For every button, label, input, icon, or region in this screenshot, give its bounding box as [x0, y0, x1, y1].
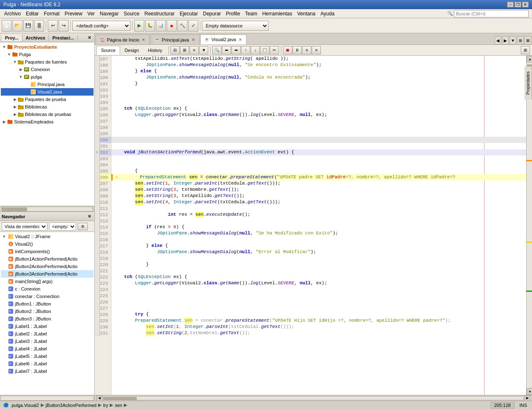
- code-line-196[interactable]: Logger.getLogger(Visual2.class.getName()…: [111, 112, 526, 118]
- code-line-188[interactable]: JOptionPane.showMessageDialog(null, "Se …: [111, 62, 526, 68]
- fold-192[interactable]: [95, 87, 100, 93]
- fold-196[interactable]: [95, 112, 100, 118]
- code-line-205[interactable]: {: [111, 168, 526, 174]
- editor-tool-12[interactable]: ≡: [302, 46, 311, 54]
- menu-team[interactable]: Team: [243, 10, 260, 17]
- code-line-211[interactable]: [111, 205, 526, 212]
- fold-228[interactable]: [95, 311, 100, 318]
- code-line-206[interactable]: ⚠ PreparedStatement sen = conectar.prepa…: [111, 174, 526, 180]
- tab-services[interactable]: Prestaci...: [49, 34, 78, 41]
- code-line-220[interactable]: }: [111, 261, 526, 268]
- fold-227[interactable]: [95, 305, 100, 311]
- fold-199[interactable]: [95, 131, 100, 137]
- nav-item-jbutton2[interactable]: F jButton2 : JButton: [1, 308, 94, 315]
- nav-item-jbutton3[interactable]: F jButton3 : JButton: [1, 315, 94, 323]
- open-button[interactable]: 📂: [12, 20, 22, 32]
- source-tab[interactable]: Source: [96, 46, 120, 55]
- menu-profile[interactable]: Profile: [224, 10, 243, 17]
- tree-item-proyectoestudiante[interactable]: ▼ ProyectoEstudiante: [1, 43, 94, 51]
- fold-223[interactable]: [95, 280, 100, 286]
- nav-item-jlabel7[interactable]: F jLabel7 : JLabel: [1, 367, 94, 375]
- fold-190[interactable]: [95, 74, 100, 81]
- fold-207[interactable]: [95, 180, 100, 187]
- test-button[interactable]: ✓: [188, 20, 198, 32]
- code-line-193[interactable]: [111, 93, 526, 99]
- nav-item-c-field[interactable]: F c : Conexion: [1, 285, 94, 293]
- fold-188[interactable]: [95, 62, 100, 68]
- design-tab[interactable]: Design: [120, 46, 143, 55]
- code-line-187[interactable]: txtApellido1.setText(txtApellido.getStri…: [111, 56, 526, 62]
- hscroll-thumb[interactable]: [2, 207, 27, 212]
- nav-item-constructor[interactable]: C Visual2(): [1, 240, 94, 248]
- tree-item-sistema-empleados[interactable]: ▶ SistemaEmpleados: [1, 118, 94, 126]
- toggle-icon[interactable]: ▼: [2, 234, 7, 239]
- code-line-210[interactable]: sen.setInt(4, Integer.parseInt(txtCedula…: [111, 199, 526, 205]
- tab-close-principal[interactable]: ✕: [191, 37, 196, 42]
- fold-226[interactable]: [95, 299, 100, 305]
- tab-principal-java[interactable]: ☕ Principal.java ✕: [150, 34, 199, 44]
- toggle-icon[interactable]: ▼: [7, 52, 12, 57]
- nav-item-jlabel2[interactable]: F jLabel2 : JLabel: [1, 330, 94, 338]
- code-line-203[interactable]: [111, 155, 526, 162]
- code-line-189[interactable]: } else {: [111, 68, 526, 74]
- editor-tool-1[interactable]: ⊟: [170, 46, 180, 54]
- editor-search-btn[interactable]: 🔍: [212, 46, 222, 54]
- tab-projects[interactable]: Proy...: [2, 34, 22, 41]
- code-line-221[interactable]: [111, 268, 526, 274]
- code-line-195[interactable]: tch (SQLException ex) {: [111, 106, 526, 112]
- redo-button[interactable]: ↪: [59, 20, 69, 32]
- menu-preview[interactable]: Preview: [62, 10, 85, 17]
- code-line-204[interactable]: [111, 162, 526, 168]
- fold-201[interactable]: [95, 143, 100, 149]
- fold-187[interactable]: [95, 56, 100, 62]
- fold-205[interactable]: [95, 168, 100, 174]
- tree-item-paquetes-prueba[interactable]: ▶ Paquetes de prueba: [1, 96, 94, 103]
- menu-ventana[interactable]: Ventana: [295, 10, 318, 17]
- menu-reestructurar[interactable]: Reestructurar: [142, 10, 177, 17]
- code-line-231[interactable]: sen.setString(2,txtNombre1.getText());: [111, 330, 526, 336]
- tree-item-bibliotecas[interactable]: ▶ Bibliotecas: [1, 103, 94, 111]
- code-line-214[interactable]: if (res > 0) {: [111, 224, 526, 230]
- fold-224[interactable]: [95, 286, 100, 293]
- fold-204[interactable]: [95, 162, 100, 168]
- projects-hscroll[interactable]: [0, 206, 94, 212]
- fold-189[interactable]: [95, 68, 100, 74]
- fold-206[interactable]: [95, 174, 100, 180]
- fold-221[interactable]: [95, 268, 100, 274]
- close-button[interactable]: ✕: [522, 2, 529, 7]
- nav-tool-btn[interactable]: ⚙: [78, 223, 88, 230]
- code-line-199[interactable]: [111, 131, 526, 137]
- config-dropdown[interactable]: <default config>: [72, 21, 131, 31]
- menu-depurar[interactable]: Depurar: [200, 10, 223, 17]
- code-line-227[interactable]: [111, 305, 526, 311]
- profile-button[interactable]: 📊: [156, 20, 166, 32]
- scroll-up-btn[interactable]: ▲: [527, 56, 532, 62]
- breadcrumb-sen[interactable]: sen: [115, 403, 122, 408]
- code-line-230[interactable]: sen.setInt(1, Integer.parseInt(txtCedula…: [111, 324, 526, 330]
- code-line-224[interactable]: [111, 286, 526, 293]
- nav-item-jbutton1[interactable]: F jButton1 : JButton: [1, 300, 94, 308]
- fold-214[interactable]: [95, 224, 100, 230]
- right-scrollbar[interactable]: ▲ ▼: [526, 56, 532, 395]
- toggle-icon[interactable]: ▶: [12, 97, 17, 102]
- datasource-dropdown[interactable]: Empty datasource: [202, 21, 268, 31]
- code-line-225[interactable]: [111, 293, 526, 299]
- toggle-icon[interactable]: ▶: [12, 104, 17, 109]
- undo-button[interactable]: ↩: [48, 20, 58, 32]
- code-line-219[interactable]: [111, 255, 526, 261]
- tree-item-pulga[interactable]: ▼ Pulga: [1, 51, 94, 58]
- code-line-209[interactable]: sen.setString(3, txtApellido.getText());: [111, 193, 526, 199]
- editor-tool-7[interactable]: ↑: [241, 46, 250, 54]
- code-line-191[interactable]: }: [111, 81, 526, 87]
- fold-213[interactable]: [95, 218, 100, 224]
- code-line-198[interactable]: [111, 124, 526, 131]
- fold-218[interactable]: [95, 249, 100, 255]
- nav-view-dropdown[interactable]: Vista de miembros: [2, 222, 47, 231]
- menu-ejecutar[interactable]: Ejecutar: [177, 10, 200, 17]
- fold-229[interactable]: [95, 318, 100, 324]
- fold-203[interactable]: [95, 155, 100, 162]
- scroll-track[interactable]: [527, 62, 532, 388]
- menu-editar[interactable]: Editar: [23, 10, 41, 17]
- tab-nav-left[interactable]: ◀: [495, 36, 501, 44]
- hscroll-track[interactable]: [2, 207, 93, 212]
